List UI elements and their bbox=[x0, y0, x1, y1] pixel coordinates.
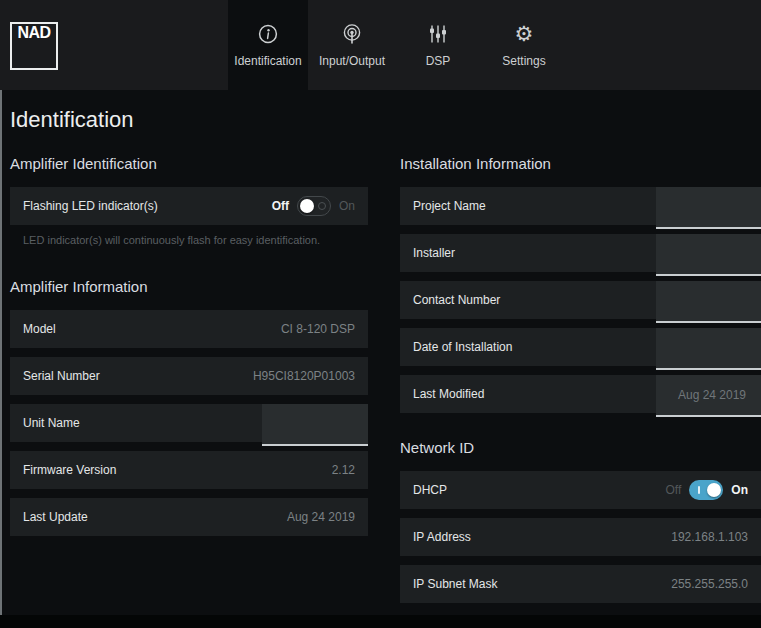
project-name-field-box bbox=[656, 187, 761, 229]
unit-name-label: Unit Name bbox=[23, 416, 80, 430]
amplifier-information-heading: Amplifier Information bbox=[10, 278, 368, 295]
date-of-installation-input[interactable] bbox=[656, 328, 761, 368]
serial-number-label: Serial Number bbox=[23, 369, 100, 383]
dhcp-row: DHCP Off On bbox=[400, 471, 761, 509]
sliders-icon bbox=[427, 23, 449, 45]
last-modified-label: Last Modified bbox=[413, 387, 484, 401]
last-update-value: Aug 24 2019 bbox=[287, 510, 355, 524]
date-of-installation-label: Date of Installation bbox=[413, 340, 512, 354]
gear-icon: ⚙ bbox=[515, 23, 534, 45]
dhcp-toggle[interactable] bbox=[689, 480, 723, 500]
firmware-version-label: Firmware Version bbox=[23, 463, 116, 477]
tab-settings-label: Settings bbox=[502, 54, 545, 68]
tab-input-output-label: Input/Output bbox=[319, 54, 385, 68]
tab-dsp[interactable]: DSP bbox=[396, 0, 480, 90]
installation-information-heading: Installation Information bbox=[400, 155, 761, 172]
tab-input-output[interactable]: Input/Output bbox=[308, 0, 396, 90]
model-value: CI 8-120 DSP bbox=[281, 322, 355, 336]
installer-label: Installer bbox=[413, 246, 455, 260]
ip-address-value: 192.168.1.103 bbox=[671, 530, 748, 544]
flashing-led-off-label: Off bbox=[272, 199, 289, 213]
toggle-knob bbox=[707, 483, 721, 497]
ip-address-label: IP Address bbox=[413, 530, 471, 544]
header: NAD Identification Input bbox=[0, 0, 761, 90]
flashing-led-label: Flashing LED indicator(s) bbox=[23, 199, 158, 213]
contact-number-row: Contact Number bbox=[400, 281, 761, 319]
dhcp-toggle-group: Off On bbox=[666, 480, 748, 500]
footer-strip bbox=[0, 615, 761, 628]
project-name-input[interactable] bbox=[656, 187, 761, 227]
nad-logo: NAD bbox=[10, 22, 58, 70]
installer-input[interactable] bbox=[656, 234, 761, 274]
serial-number-row: Serial Number H95CI8120P01003 bbox=[10, 357, 368, 395]
toggle-on-bar bbox=[698, 486, 700, 494]
contact-number-label: Contact Number bbox=[413, 293, 500, 307]
dhcp-off-label: Off bbox=[666, 483, 682, 497]
flashing-led-on-label: On bbox=[339, 199, 355, 213]
tab-bar: Identification Input/Output bbox=[228, 0, 568, 90]
tab-identification-label: Identification bbox=[234, 54, 301, 68]
last-update-row: Last Update Aug 24 2019 bbox=[10, 498, 368, 536]
serial-number-value: H95CI8120P01003 bbox=[253, 369, 355, 383]
unit-name-row: Unit Name bbox=[10, 404, 368, 442]
toggle-knob bbox=[300, 199, 314, 213]
date-of-installation-field-box bbox=[656, 328, 761, 370]
unit-name-field-box bbox=[262, 404, 368, 446]
project-name-row: Project Name bbox=[400, 187, 761, 225]
broadcast-icon bbox=[341, 23, 363, 45]
last-modified-value: Aug 24 2019 bbox=[678, 388, 746, 402]
toggle-ghost-circle bbox=[318, 202, 326, 210]
project-name-label: Project Name bbox=[413, 199, 486, 213]
flashing-led-toggle-group: Off On bbox=[272, 196, 355, 216]
main-content: Identification Amplifier Identification … bbox=[0, 90, 761, 615]
firmware-version-value: 2.12 bbox=[332, 463, 355, 477]
last-modified-row: Last Modified Aug 24 2019 bbox=[400, 375, 761, 413]
right-column: Installation Information Project Name In… bbox=[400, 155, 761, 612]
firmware-version-row: Firmware Version 2.12 bbox=[10, 451, 368, 489]
ip-subnet-mask-row: IP Subnet Mask 255.255.255.0 bbox=[400, 565, 761, 603]
date-of-installation-row: Date of Installation bbox=[400, 328, 761, 366]
dhcp-on-label: On bbox=[731, 483, 748, 497]
flashing-led-toggle[interactable] bbox=[297, 196, 331, 216]
ip-subnet-mask-value: 255.255.255.0 bbox=[671, 577, 748, 591]
left-column: Amplifier Identification Flashing LED in… bbox=[10, 155, 368, 612]
unit-name-input[interactable] bbox=[262, 404, 368, 444]
dhcp-label: DHCP bbox=[413, 483, 447, 497]
flashing-led-helper-text: LED indicator(s) will continuously flash… bbox=[23, 234, 368, 246]
last-modified-value-box: Aug 24 2019 bbox=[656, 375, 761, 417]
tab-dsp-label: DSP bbox=[426, 54, 451, 68]
amplifier-identification-heading: Amplifier Identification bbox=[10, 155, 368, 172]
contact-number-field-box bbox=[656, 281, 761, 323]
tab-identification[interactable]: Identification bbox=[228, 0, 308, 90]
info-circle-icon bbox=[257, 23, 279, 45]
tab-settings[interactable]: ⚙ Settings bbox=[480, 0, 568, 90]
flashing-led-row: Flashing LED indicator(s) Off On bbox=[10, 187, 368, 225]
nad-logo-text: NAD bbox=[17, 24, 50, 41]
installer-field-box bbox=[656, 234, 761, 276]
last-update-label: Last Update bbox=[23, 510, 88, 524]
model-label: Model bbox=[23, 322, 56, 336]
contact-number-input[interactable] bbox=[656, 281, 761, 321]
ip-address-row: IP Address 192.168.1.103 bbox=[400, 518, 761, 556]
page-title: Identification bbox=[10, 107, 761, 133]
installer-row: Installer bbox=[400, 234, 761, 272]
network-id-heading: Network ID bbox=[400, 439, 761, 456]
model-row: Model CI 8-120 DSP bbox=[10, 310, 368, 348]
ip-subnet-mask-label: IP Subnet Mask bbox=[413, 577, 498, 591]
